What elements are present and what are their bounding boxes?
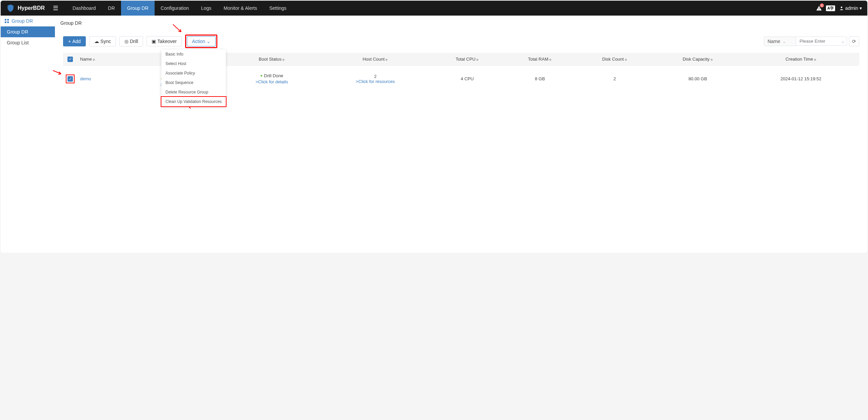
brand: HyperBDR (6, 4, 45, 13)
chevron-down-icon: ⌄ (782, 39, 786, 44)
drill-button-label: Drill (130, 39, 138, 44)
disk-capacity-value: 80.00 GB (653, 65, 743, 92)
target-icon: ◎ (124, 39, 129, 44)
shield-icon (6, 4, 15, 13)
row-checkbox[interactable]: ✓ (67, 76, 73, 82)
total-ram-value: 8 GB (503, 65, 576, 92)
col-total-ram[interactable]: Total RAM◆ (503, 53, 576, 65)
takeover-button-label: Takeover (157, 39, 177, 44)
refresh-icon: ⟳ (852, 39, 856, 44)
svg-rect-4 (7, 19, 9, 21)
grid-icon (4, 18, 9, 24)
svg-point-2 (841, 6, 843, 8)
nav-logs[interactable]: Logs (195, 1, 217, 16)
sidebar-item-group-dr[interactable]: Group DR (1, 26, 55, 37)
add-button[interactable]: + Add (63, 36, 86, 46)
disk-count-value: 2 (576, 65, 653, 92)
sync-button[interactable]: ☁ Sync (89, 36, 116, 46)
nav-dashboard[interactable]: Dashboard (66, 1, 102, 16)
action-dropdown: Basic Info Select Host Associate Policy … (161, 49, 226, 106)
nav-monitor-alerts[interactable]: Monitor & Alerts (217, 1, 263, 16)
col-disk-count[interactable]: Disk Count◆ (576, 53, 653, 65)
action-button[interactable]: Action ⌄ (187, 36, 216, 46)
top-navbar: HyperBDR ☰ Dashboard DR Group DR Configu… (1, 1, 867, 16)
search-field-select[interactable]: Name ⌄ (764, 37, 796, 46)
col-creation-time[interactable]: Creation Time◆ (743, 53, 859, 65)
sync-button-label: Sync (100, 39, 111, 44)
nav-configuration[interactable]: Configuration (155, 1, 195, 16)
action-clean-up-validation-resources[interactable]: Clean Up Validation Resources (161, 96, 226, 107)
search-icon[interactable]: ⌕ (842, 39, 844, 44)
nav-items: Dashboard DR Group DR Configuration Logs… (66, 1, 293, 16)
takeover-button[interactable]: ▣ Takeover (146, 36, 182, 46)
action-button-label: Action (192, 39, 205, 44)
svg-rect-5 (5, 21, 6, 23)
user-icon (839, 6, 844, 10)
nav-dr[interactable]: DR (102, 1, 121, 16)
brand-text: HyperBDR (18, 5, 45, 11)
sidebar: Group DR Group DR Group List (1, 16, 55, 253)
add-button-label: Add (72, 39, 81, 44)
annotation-highlight-checkbox: ✓ (66, 75, 75, 84)
host-count-value: 2 (322, 74, 429, 79)
col-boot-status[interactable]: Boot Status◆ (224, 53, 319, 65)
nav-settings[interactable]: Settings (263, 1, 293, 16)
alert-badge: 0 (820, 3, 824, 7)
main-card: + Add ☁ Sync ◎ Drill ▣ Takeover Ac (59, 30, 863, 96)
monitor-icon: ▣ (152, 39, 156, 44)
host-resources-link[interactable]: >Click for resources (356, 79, 395, 84)
svg-rect-0 (819, 7, 819, 9)
boot-details-link[interactable]: >Click for details (256, 79, 288, 84)
creation-time-value: 2024-01-12 15:19:52 (743, 65, 859, 92)
action-basic-info[interactable]: Basic Info (161, 49, 226, 59)
sidebar-item-group-list[interactable]: Group List (1, 37, 55, 48)
action-boot-sequence[interactable]: Boot Sequence (161, 78, 226, 87)
chevron-down-icon: ⌄ (206, 39, 211, 44)
sidebar-title: Group DR (1, 16, 55, 26)
cloud-icon: ☁ (94, 39, 99, 44)
plus-icon: + (68, 39, 71, 44)
hamburger-icon[interactable]: ☰ (53, 4, 58, 12)
alerts-icon[interactable]: 0 (816, 5, 822, 11)
svg-rect-6 (7, 21, 9, 23)
annotation-highlight-action: Action ⌄ (185, 35, 217, 48)
refresh-button[interactable]: ⟳ (849, 36, 859, 46)
col-total-cpu[interactable]: Total CPU◆ (431, 53, 503, 65)
col-disk-capacity[interactable]: Disk Capacity◆ (653, 53, 743, 65)
select-all-checkbox[interactable]: ✓ (67, 57, 73, 62)
sidebar-title-text: Group DR (12, 18, 33, 24)
total-cpu-value: 4 CPU (431, 65, 503, 92)
col-host-count[interactable]: Host Count◆ (319, 53, 431, 65)
search-field-label: Name (768, 39, 780, 44)
nav-group-dr[interactable]: Group DR (121, 1, 155, 16)
chevron-down-icon: ▾ (860, 5, 862, 11)
drill-button[interactable]: ◎ Drill (119, 36, 143, 46)
svg-rect-3 (5, 19, 6, 21)
action-delete-resource-group[interactable]: Delete Resource Group (161, 87, 226, 97)
user-name: admin (845, 5, 858, 11)
boot-status-line1: •Drill Done (227, 73, 317, 79)
search-input[interactable] (796, 37, 847, 46)
page-title: Group DR (59, 16, 863, 30)
svg-rect-1 (819, 9, 819, 10)
row-name-link[interactable]: demo (80, 76, 91, 81)
action-associate-policy[interactable]: Associate Policy (161, 68, 226, 78)
user-menu[interactable]: admin ▾ (839, 5, 862, 11)
col-name[interactable]: Name◆ (77, 53, 129, 65)
toolbar: + Add ☁ Sync ◎ Drill ▣ Takeover Ac (63, 35, 859, 48)
language-switch[interactable]: A字 (826, 5, 835, 11)
action-select-host[interactable]: Select Host (161, 59, 226, 68)
